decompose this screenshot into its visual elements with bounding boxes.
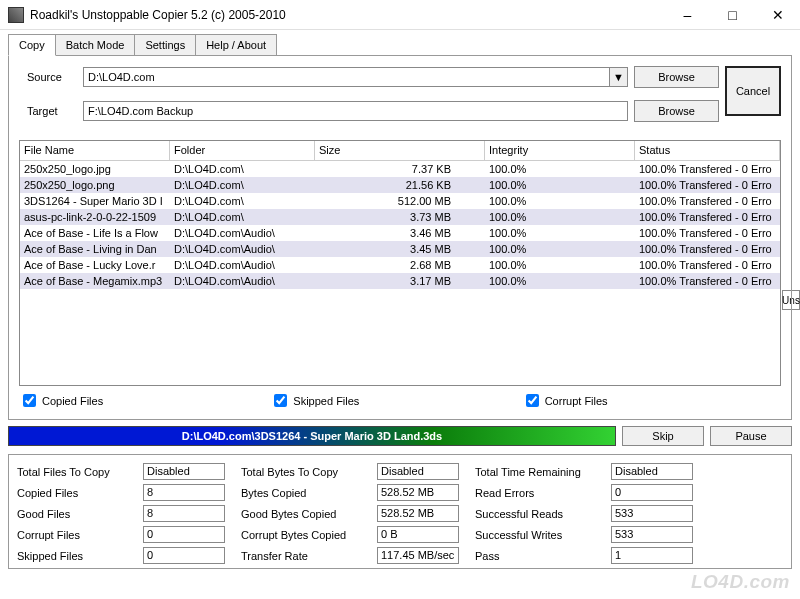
cell-integ: 100.0%: [485, 275, 635, 287]
val-good-bytes: 528.52 MB: [377, 505, 459, 522]
cell-status: 100.0% Transfered - 0 Erro: [635, 195, 780, 207]
lbl-read-errors: Read Errors: [475, 487, 595, 499]
filter-checks: Copied Files Skipped Files Corrupt Files: [19, 392, 781, 409]
val-read-errors: 0: [611, 484, 693, 501]
table-row[interactable]: Ace of Base - Life Is a FlowD:\LO4D.com\…: [20, 225, 780, 241]
skip-button[interactable]: Skip: [622, 426, 704, 446]
cell-integ: 100.0%: [485, 195, 635, 207]
cell-integ: 100.0%: [485, 211, 635, 223]
check-skipped-files[interactable]: Skipped Files: [274, 394, 525, 407]
tab-strip: Copy Batch Mode Settings Help / About: [8, 34, 792, 56]
source-label: Source: [19, 71, 77, 83]
file-table: File Name Folder Size Integrity Status 2…: [19, 140, 781, 386]
lbl-good-bytes: Good Bytes Copied: [241, 508, 361, 520]
target-value: F:\LO4D.com Backup: [84, 105, 627, 117]
source-value: D:\LO4D.com: [84, 71, 609, 83]
cell-folder: D:\LO4D.com\Audio\: [170, 243, 315, 255]
col-folder[interactable]: Folder: [170, 141, 315, 160]
val-copied-files: 8: [143, 484, 225, 501]
browse-source-button[interactable]: Browse: [634, 66, 719, 88]
cell-size: 3.17 MB: [315, 275, 485, 287]
progress-bar: D:\LO4D.com\3DS1264 - Super Mario 3D Lan…: [8, 426, 616, 446]
val-succ-writes: 533: [611, 526, 693, 543]
cell-integ: 100.0%: [485, 163, 635, 175]
cell-name: Ace of Base - Living in Dan: [20, 243, 170, 255]
cell-folder: D:\LO4D.com\Audio\: [170, 275, 315, 287]
cell-name: Ace of Base - Megamix.mp3: [20, 275, 170, 287]
cell-name: 250x250_logo.jpg: [20, 163, 170, 175]
table-row[interactable]: Ace of Base - Lucky Love.rD:\LO4D.com\Au…: [20, 257, 780, 273]
val-pass: 1: [611, 547, 693, 564]
table-row[interactable]: asus-pc-link-2-0-0-22-1509D:\LO4D.com\3.…: [20, 209, 780, 225]
col-file-name[interactable]: File Name: [20, 141, 170, 160]
table-row[interactable]: Ace of Base - Megamix.mp3D:\LO4D.com\Aud…: [20, 273, 780, 289]
cell-status: 100.0% Transfered - 0 Erro: [635, 259, 780, 271]
col-size[interactable]: Size: [315, 141, 485, 160]
table-row[interactable]: 250x250_logo.pngD:\LO4D.com\21.56 KB100.…: [20, 177, 780, 193]
cell-name: asus-pc-link-2-0-0-22-1509: [20, 211, 170, 223]
cell-name: Ace of Base - Lucky Love.r: [20, 259, 170, 271]
check-corrupt-files-box[interactable]: [526, 394, 539, 407]
cell-size: 3.45 MB: [315, 243, 485, 255]
cell-integ: 100.0%: [485, 259, 635, 271]
tab-help-about[interactable]: Help / About: [195, 34, 277, 56]
check-copied-label: Copied Files: [42, 395, 103, 407]
val-corrupt-bytes: 0 B: [377, 526, 459, 543]
val-succ-reads: 533: [611, 505, 693, 522]
check-skipped-files-box[interactable]: [274, 394, 287, 407]
val-total-bytes: Disabled: [377, 463, 459, 480]
minimize-button[interactable]: –: [665, 0, 710, 29]
col-integrity[interactable]: Integrity: [485, 141, 635, 160]
dropdown-arrow-icon[interactable]: ▼: [609, 68, 627, 86]
tab-copy[interactable]: Copy: [8, 34, 56, 56]
val-transfer-rate: 117.45 MB/sec: [377, 547, 459, 564]
cell-size: 2.68 MB: [315, 259, 485, 271]
lbl-transfer-rate: Transfer Rate: [241, 550, 361, 562]
close-button[interactable]: ✕: [755, 0, 800, 29]
maximize-button[interactable]: □: [710, 0, 755, 29]
check-copied-files-box[interactable]: [23, 394, 36, 407]
cell-integ: 100.0%: [485, 179, 635, 191]
lbl-time-remaining: Total Time Remaining: [475, 466, 595, 478]
cell-folder: D:\LO4D.com\: [170, 163, 315, 175]
check-corrupt-files[interactable]: Corrupt Files: [526, 394, 777, 407]
target-input[interactable]: F:\LO4D.com Backup: [83, 101, 628, 121]
cell-status: 100.0% Transfered - 0 Erro: [635, 211, 780, 223]
target-label: Target: [19, 105, 77, 117]
lbl-total-bytes: Total Bytes To Copy: [241, 466, 361, 478]
copy-panel: Source D:\LO4D.com ▼ Browse Target F:\LO…: [8, 55, 792, 420]
window-title: Roadkil's Unstoppable Copier 5.2 (c) 200…: [30, 8, 665, 22]
cell-name: 3DS1264 - Super Mario 3D I: [20, 195, 170, 207]
lbl-succ-reads: Successful Reads: [475, 508, 595, 520]
table-row[interactable]: 250x250_logo.jpgD:\LO4D.com\7.37 KB100.0…: [20, 161, 780, 177]
table-row[interactable]: 3DS1264 - Super Mario 3D ID:\LO4D.com\51…: [20, 193, 780, 209]
cell-name: 250x250_logo.png: [20, 179, 170, 191]
lbl-succ-writes: Successful Writes: [475, 529, 595, 541]
cell-name: Ace of Base - Life Is a Flow: [20, 227, 170, 239]
cell-folder: D:\LO4D.com\: [170, 211, 315, 223]
browse-target-button[interactable]: Browse: [634, 100, 719, 122]
cell-status: 100.0% Transfered - 0 Erro: [635, 163, 780, 175]
cell-folder: D:\LO4D.com\Audio\: [170, 259, 315, 271]
pause-button[interactable]: Pause: [710, 426, 792, 446]
col-status[interactable]: Status: [635, 141, 780, 160]
cell-integ: 100.0%: [485, 227, 635, 239]
cell-status: 100.0% Transfered - 0 Erro: [635, 179, 780, 191]
cell-size: 21.56 KB: [315, 179, 485, 191]
lbl-corrupt-files: Corrupt Files: [17, 529, 127, 541]
table-row[interactable]: Ace of Base - Living in DanD:\LO4D.com\A…: [20, 241, 780, 257]
lbl-corrupt-bytes: Corrupt Bytes Copied: [241, 529, 361, 541]
val-good-files: 8: [143, 505, 225, 522]
cell-size: 3.73 MB: [315, 211, 485, 223]
cell-size: 512.00 MB: [315, 195, 485, 207]
cell-folder: D:\LO4D.com\: [170, 179, 315, 191]
tab-settings[interactable]: Settings: [134, 34, 196, 56]
source-dropdown[interactable]: D:\LO4D.com ▼: [83, 67, 628, 87]
lbl-good-files: Good Files: [17, 508, 127, 520]
val-bytes-copied: 528.52 MB: [377, 484, 459, 501]
lbl-total-files: Total Files To Copy: [17, 466, 127, 478]
watermark: LO4D.com: [691, 571, 790, 593]
check-copied-files[interactable]: Copied Files: [23, 394, 274, 407]
tab-batch-mode[interactable]: Batch Mode: [55, 34, 136, 56]
cancel-button[interactable]: Cancel: [725, 66, 781, 116]
